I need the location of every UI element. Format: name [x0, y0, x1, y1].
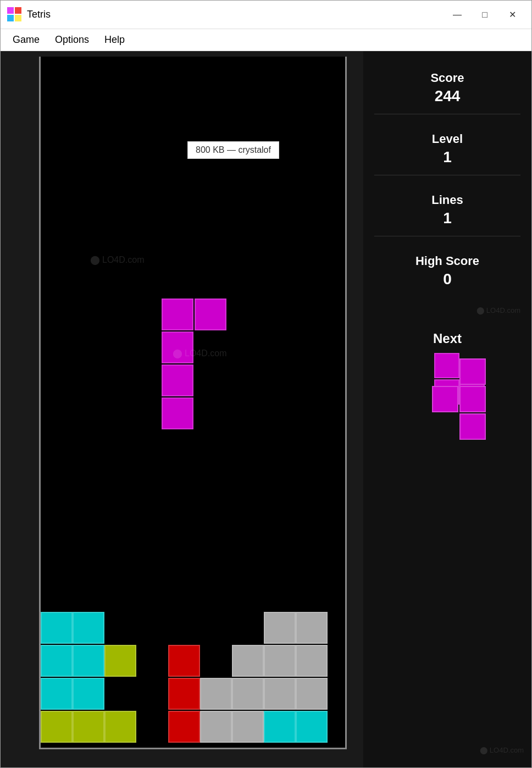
gray-r1c8	[296, 612, 328, 644]
gray-r1c7	[264, 612, 296, 644]
gray-r3c8	[296, 678, 328, 710]
minimize-button[interactable]: —	[445, 5, 470, 24]
piece-magenta-t-r1c1	[162, 299, 193, 330]
watermark-1: ⬤LO4D.com	[90, 255, 144, 265]
app-title: Tetris	[27, 9, 445, 20]
yg-r2c1	[73, 711, 104, 743]
piece-magenta-t-r3c1	[162, 364, 193, 396]
high-score-value: 0	[374, 270, 520, 288]
score-value: 244	[374, 87, 520, 105]
cyan-r1c0	[41, 612, 73, 644]
cyan-r3c1	[73, 678, 104, 710]
game-container: ⬤LO4D.com ⬤LO4D.com	[1, 51, 531, 767]
board-wrapper: ⬤LO4D.com ⬤LO4D.com	[1, 51, 363, 767]
side-panel: 800 KB — crystalof Score 244 Level 1 Lin…	[363, 51, 531, 767]
bottom-watermark: ⬤LO4D.com	[480, 746, 524, 754]
menu-game[interactable]: Game	[5, 32, 47, 48]
red-r3	[168, 711, 200, 743]
title-bar: Tetris — □ ✕	[1, 1, 531, 29]
yg-r2c2	[104, 711, 136, 743]
cyan-r2c1	[73, 645, 104, 677]
yg-r1c1	[104, 645, 136, 677]
cyan-r2c0	[41, 645, 73, 677]
gray-r3c6	[232, 678, 264, 710]
piece-magenta-t-r1c2	[195, 299, 226, 330]
gray-r2c7	[264, 645, 296, 677]
svg-rect-1	[15, 7, 21, 14]
np2	[459, 386, 486, 412]
yg-r2c0	[41, 711, 73, 743]
tooltip: 800 KB — crystalof	[187, 141, 279, 159]
gray-r4c6	[232, 711, 264, 743]
red-r1	[168, 645, 200, 677]
piece-magenta-t-r4c1	[162, 397, 193, 429]
lines-label: Lines	[374, 193, 520, 207]
divider-2	[374, 175, 520, 175]
lines-value: 1	[374, 209, 520, 227]
next-label: Next	[374, 331, 520, 346]
cyan-r3c0	[41, 678, 73, 710]
tetris-board[interactable]: ⬤LO4D.com ⬤LO4D.com	[39, 57, 347, 749]
tooltip-text: 800 KB — crystalof	[196, 145, 271, 154]
red-r2	[168, 678, 200, 710]
menu-help[interactable]: Help	[97, 32, 132, 48]
np1	[459, 358, 486, 385]
gray-r2c8	[296, 645, 328, 677]
window-controls: — □ ✕	[445, 5, 525, 24]
level-value: 1	[374, 148, 520, 166]
score-label: Score	[374, 71, 520, 85]
svg-rect-2	[7, 15, 14, 21]
cyan-bot-c7	[264, 711, 296, 743]
gray-r4c5	[200, 711, 232, 743]
gray-r3c5	[200, 678, 232, 710]
menu-bar: Game Options Help	[1, 29, 531, 51]
menu-options[interactable]: Options	[47, 32, 97, 48]
app-window: Tetris — □ ✕ Game Options Help ⬤LO4D.com…	[0, 0, 532, 768]
np3	[432, 386, 458, 412]
next-piece-display	[409, 358, 486, 430]
divider-1	[374, 114, 520, 114]
svg-rect-0	[7, 7, 14, 14]
svg-rect-3	[15, 15, 21, 21]
cyan-bot-c8	[296, 711, 328, 743]
piece-magenta-t-r2c1	[162, 331, 193, 363]
gray-r3c7	[264, 678, 296, 710]
level-label: Level	[374, 132, 520, 146]
app-icon	[7, 7, 23, 23]
side-watermark: ⬤LO4D.com	[476, 306, 520, 314]
close-button[interactable]: ✕	[500, 5, 525, 24]
maximize-button[interactable]: □	[472, 5, 497, 24]
high-score-label: High Score	[374, 254, 520, 268]
np4	[459, 413, 486, 440]
cyan-r1c1	[73, 612, 104, 644]
gray-r2c6	[232, 645, 264, 677]
divider-3	[374, 236, 520, 236]
